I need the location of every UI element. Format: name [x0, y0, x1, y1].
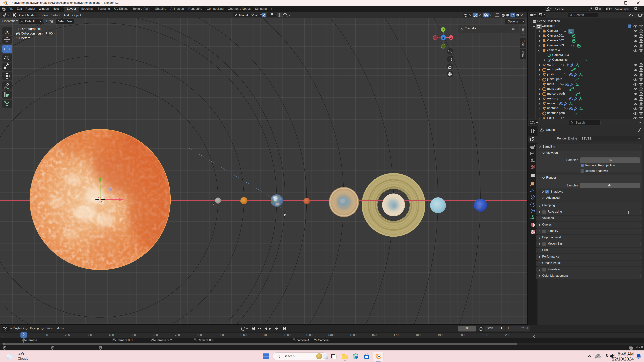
svg-text:Y: Y [442, 28, 444, 31]
svg-text:X: X [450, 36, 452, 39]
svg-text:Z: Z [442, 36, 444, 39]
